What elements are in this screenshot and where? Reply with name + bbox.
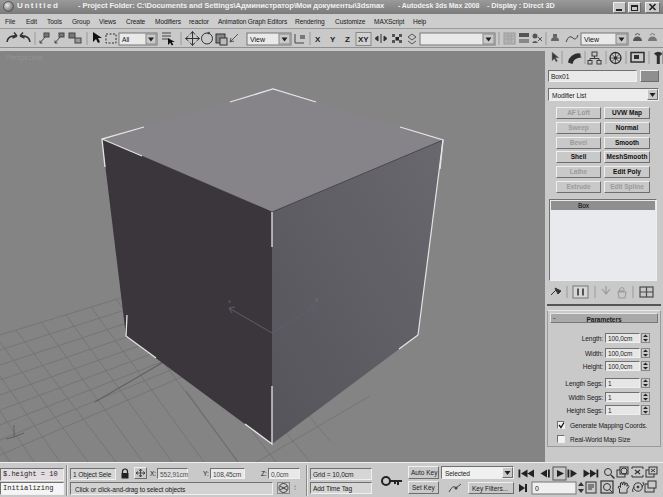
svg-text:View: View (584, 36, 600, 43)
svg-text:X: X (315, 35, 321, 44)
svg-text:y: y (315, 296, 318, 302)
svg-text:All: All (122, 36, 130, 43)
svg-text:View: View (250, 36, 266, 43)
svg-text:0: 0 (535, 485, 539, 492)
svg-text:XY: XY (358, 35, 369, 44)
svg-text:Perspective: Perspective (6, 54, 43, 62)
svg-text:x: x (228, 298, 231, 304)
svg-text:Y: Y (330, 35, 336, 44)
svg-text:Z: Z (345, 35, 350, 44)
